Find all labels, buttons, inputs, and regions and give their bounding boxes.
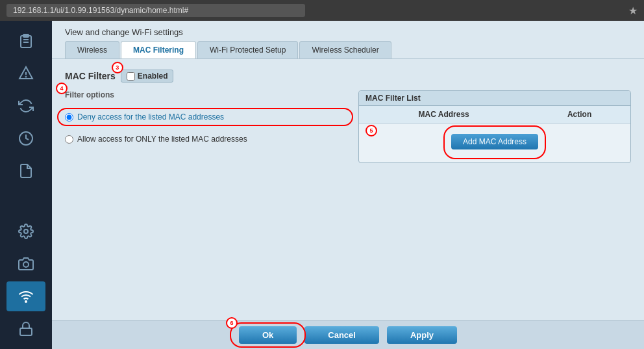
enabled-label: Enabled bbox=[138, 71, 168, 81]
svg-point-5 bbox=[26, 77, 27, 77]
mac-filter-list-header: MAC Filter List bbox=[359, 91, 630, 106]
sidebar-item-file[interactable] bbox=[6, 156, 45, 186]
left-column: 4 Filter options Deny access for the lis… bbox=[65, 90, 345, 310]
add-mac-button[interactable]: Add MAC Address bbox=[451, 134, 538, 149]
mac-filters-row: MAC Filters 3 Enabled bbox=[65, 70, 631, 83]
sidebar-item-camera[interactable] bbox=[6, 249, 45, 279]
mac-table: MAC Address Action bbox=[359, 106, 630, 123]
tab-wifi-protected[interactable]: Wi-Fi Protected Setup bbox=[197, 41, 298, 58]
radio-deny[interactable]: Deny access for the listed MAC addresses bbox=[65, 111, 345, 123]
sidebar-item-gear[interactable] bbox=[6, 216, 45, 246]
panel: MAC Filters 3 Enabled 4 Fil bbox=[52, 59, 644, 320]
sidebar-item-lock[interactable] bbox=[6, 314, 45, 344]
tabs: Wireless MAC Filtering Wi-Fi Protected S… bbox=[52, 41, 644, 59]
content-area: View and change Wi-Fi settings Wireless … bbox=[52, 21, 644, 349]
browser-url[interactable]: 192.168.1.1/ui/1.0.99.191563/dynamic/hom… bbox=[6, 4, 305, 17]
bottom-bar: 6 Ok Cancel Apply bbox=[52, 320, 644, 349]
ok-button[interactable]: Ok bbox=[239, 326, 297, 344]
svg-point-8 bbox=[23, 262, 29, 267]
main-columns: 4 Filter options Deny access for the lis… bbox=[65, 90, 631, 310]
apply-button[interactable]: Apply bbox=[387, 326, 457, 344]
svg-point-9 bbox=[25, 301, 27, 302]
radio-deny-label: Deny access for the listed MAC addresses bbox=[77, 112, 224, 122]
tab-wireless[interactable]: Wireless bbox=[65, 41, 119, 58]
tab-wireless-scheduler[interactable]: Wireless Scheduler bbox=[299, 41, 391, 58]
sidebar-item-clipboard[interactable] bbox=[6, 26, 45, 56]
tab-mac-filtering[interactable]: MAC Filtering bbox=[121, 41, 196, 58]
browser-bar: 192.168.1.1/ui/1.0.99.191563/dynamic/hom… bbox=[0, 0, 644, 21]
cancel-button[interactable]: Cancel bbox=[304, 326, 379, 344]
col-mac-address: MAC Address bbox=[359, 106, 528, 123]
radio-allow-label: Allow access for ONLY the listed MAC add… bbox=[77, 135, 247, 144]
sidebar-item-clock[interactable] bbox=[6, 123, 45, 153]
radio-allow[interactable]: Allow access for ONLY the listed MAC add… bbox=[65, 133, 345, 145]
sidebar-item-warning[interactable] bbox=[6, 58, 45, 88]
sidebar bbox=[0, 21, 52, 349]
col-action: Action bbox=[528, 106, 630, 123]
svg-point-7 bbox=[24, 229, 28, 233]
mac-filter-list-box: MAC Filter List MAC Address Action bbox=[358, 90, 631, 163]
radio-deny-input[interactable] bbox=[65, 113, 73, 122]
filter-options-label: Filter options bbox=[65, 90, 345, 99]
radio-allow-input[interactable] bbox=[65, 135, 73, 144]
enabled-checkbox-wrap: Enabled bbox=[121, 70, 174, 83]
enabled-checkbox[interactable] bbox=[127, 72, 135, 81]
right-column: MAC Filter List MAC Address Action bbox=[358, 90, 631, 310]
page-header: View and change Wi-Fi settings bbox=[52, 21, 644, 41]
sidebar-item-wifi[interactable] bbox=[6, 281, 45, 311]
mac-filters-label: MAC Filters bbox=[65, 71, 116, 81]
star-icon: ★ bbox=[628, 5, 638, 17]
svg-rect-10 bbox=[20, 328, 32, 335]
sidebar-item-refresh[interactable] bbox=[6, 91, 45, 121]
